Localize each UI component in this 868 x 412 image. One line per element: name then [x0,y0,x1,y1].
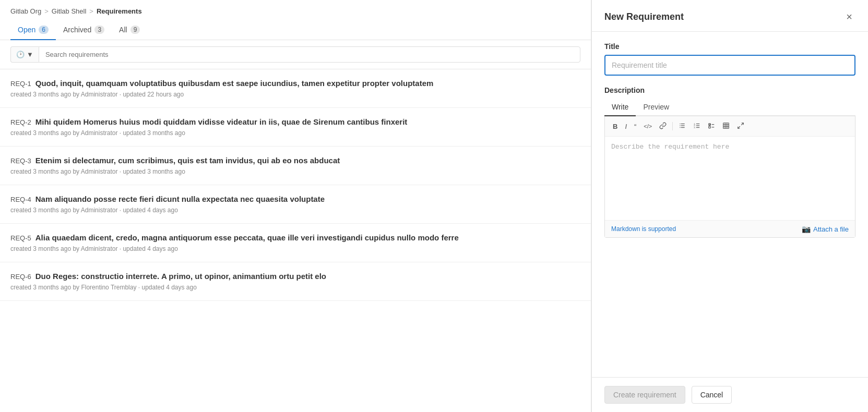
breadcrumb-gitlab-shell[interactable]: Gitlab Shell [52,7,86,15]
search-history-button[interactable]: 🕑 ▼ [10,46,39,63]
tab-open-badge: 6 [39,26,49,34]
code-button[interactable]: </> [641,122,655,131]
tab-archived[interactable]: Archived 3 [56,20,112,40]
svg-rect-3 [681,125,685,126]
req-id: REQ-2 [10,118,31,126]
list-item: REQ-5 Alia quaedam dicent, credo, magna … [0,224,591,262]
breadcrumb-sep-2: > [89,7,93,15]
req-title[interactable]: Nam aliquando posse recte fieri dicunt n… [35,195,325,203]
req-meta: created 3 months ago by Administrator · … [10,91,580,98]
editor-container: B I “ </> 1.2.3. [604,116,855,238]
list-item: REQ-1 Quod, inquit, quamquam voluptatibu… [0,69,591,108]
search-bar: 🕑 ▼ [0,40,591,69]
panel-title: New Requirement [604,11,684,22]
req-id: REQ-3 [10,157,31,165]
title-field-label: Title [604,42,855,51]
req-meta: created 3 months ago by Administrator · … [10,129,580,137]
attach-file-icon: 📷 [802,225,811,233]
req-header: REQ-5 Alia quaedam dicent, credo, magna … [10,233,580,242]
desc-tabs: Write Preview [604,99,855,116]
ul-button[interactable] [676,120,688,132]
tab-write[interactable]: Write [604,99,636,116]
svg-line-24 [738,126,740,128]
tab-archived-label: Archived [63,26,91,34]
tabs-bar: Open 6 Archived 3 All 9 [0,20,591,40]
req-meta: created 3 months ago by Administrator · … [10,168,580,175]
list-item: REQ-4 Nam aliquando posse recte fieri di… [0,185,591,224]
req-title[interactable]: Duo Reges: constructio interrete. A prim… [35,272,326,281]
list-item: REQ-2 Mihi quidem Homerus huius modi qui… [0,108,591,147]
svg-line-23 [741,123,743,125]
requirements-list: REQ-1 Quod, inquit, quamquam voluptatibu… [0,69,591,412]
link-button[interactable] [657,120,669,132]
svg-rect-1 [681,124,685,124]
breadcrumb: Gitlab Org > Gitlab Shell > Requirements [0,0,591,20]
panel-header: New Requirement × [592,0,868,32]
table-button[interactable] [720,120,732,132]
req-meta: created 3 months ago by Administrator · … [10,245,580,252]
svg-rect-4 [680,127,681,128]
title-input[interactable] [604,55,855,76]
editor-textarea[interactable]: Describe the requirement here [605,137,855,220]
req-header: REQ-6 Duo Reges: constructio interrete. … [10,272,580,281]
breadcrumb-gitlab-org[interactable]: Gitlab Org [10,7,41,15]
tab-preview[interactable]: Preview [636,99,676,116]
desc-field-label: Description [604,86,855,94]
tab-all-badge: 9 [130,26,140,34]
attach-file-label: Attach a file [813,225,849,233]
task-button[interactable] [705,120,718,132]
svg-rect-15 [709,126,711,128]
tab-all-label: All [119,26,127,34]
svg-rect-9 [696,125,699,126]
svg-rect-2 [680,125,681,126]
svg-rect-11 [696,127,699,128]
req-id: REQ-6 [10,273,31,281]
breadcrumb-current: Requirements [97,7,142,15]
req-id: REQ-1 [10,80,31,88]
editor-toolbar: B I “ </> 1.2.3. [605,116,855,137]
req-title[interactable]: Quod, inquit, quamquam voluptatibus quib… [35,79,434,88]
req-meta: created 3 months ago by Administrator · … [10,207,580,214]
req-header: REQ-1 Quod, inquit, quamquam voluptatibu… [10,79,580,88]
description-section: Description Write Preview B I “ </> [604,86,855,238]
new-requirement-panel: New Requirement × Title Description Writ… [591,0,868,412]
list-item: REQ-3 Etenim si delectamur, cum scribimu… [0,147,591,185]
req-header: REQ-2 Mihi quidem Homerus huius modi qui… [10,117,580,126]
req-title[interactable]: Etenim si delectamur, cum scribimus, qui… [35,156,340,165]
search-dropdown-arrow: ▼ [27,51,33,58]
search-history-icon: 🕑 [16,51,25,58]
svg-rect-5 [681,127,685,128]
req-id: REQ-5 [10,234,31,242]
close-panel-button[interactable]: × [843,10,855,23]
req-header: REQ-3 Etenim si delectamur, cum scribimu… [10,156,580,165]
req-title[interactable]: Mihi quidem Homerus huius modi quiddam v… [35,117,408,126]
list-item: REQ-6 Duo Reges: constructio interrete. … [0,262,591,301]
svg-rect-7 [696,124,699,124]
attach-file-button[interactable]: 📷 Attach a file [802,225,849,233]
editor-footer: Markdown is supported 📷 Attach a file [605,220,855,237]
tab-open-label: Open [18,26,35,34]
markdown-link[interactable]: Markdown is supported [611,225,676,233]
left-panel: Gitlab Org > Gitlab Shell > Requirements… [0,0,591,412]
req-header: REQ-4 Nam aliquando posse recte fieri di… [10,195,580,203]
tab-all[interactable]: All 9 [112,20,147,40]
tab-archived-badge: 3 [94,26,104,34]
cancel-button[interactable]: Cancel [692,386,732,404]
italic-button[interactable]: I [622,122,629,131]
quote-button[interactable]: “ [632,122,639,131]
req-meta: created 3 months ago by Florentino Tremb… [10,284,580,291]
svg-rect-18 [723,123,729,129]
req-id: REQ-4 [10,196,31,203]
fullscreen-button[interactable] [734,120,747,132]
create-requirement-button[interactable]: Create requirement [604,386,685,404]
svg-text:3.: 3. [694,126,695,129]
search-input[interactable] [39,46,580,63]
panel-footer: Create requirement Cancel [592,377,868,412]
tab-open[interactable]: Open 6 [10,20,56,40]
ol-button[interactable]: 1.2.3. [691,120,703,132]
req-title[interactable]: Alia quaedam dicent, credo, magna antiqu… [35,233,459,242]
svg-rect-0 [680,124,681,124]
breadcrumb-sep-1: > [44,7,49,15]
panel-body: Title Description Write Preview B I “ </… [592,32,868,377]
bold-button[interactable]: B [610,122,620,131]
